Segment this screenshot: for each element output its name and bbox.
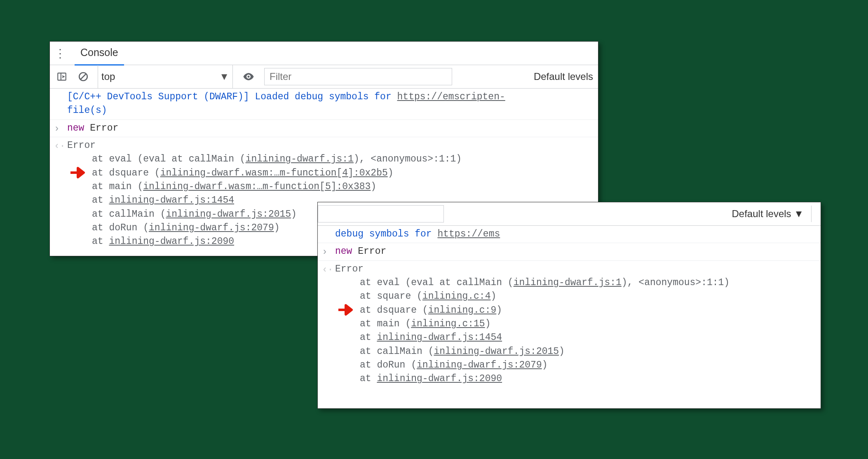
- frame-suffix: ), <anonymous>:1:1): [622, 277, 730, 288]
- frame-prefix: at dsquare (: [92, 168, 160, 178]
- info-link[interactable]: https://emscripten-: [397, 91, 505, 102]
- stack-trace: at eval (eval at callMain (inlining-dwar…: [335, 276, 816, 386]
- tab-bar: ⋮ Console: [50, 42, 598, 65]
- input-rest: Error: [352, 246, 386, 257]
- frame-suffix: ): [485, 318, 491, 329]
- stack-frame: at eval (eval at callMain (inlining-dwar…: [67, 152, 594, 166]
- frame-prefix: at main (: [92, 181, 143, 192]
- stack-frame: at square (inlining.c:4): [335, 290, 816, 303]
- source-link[interactable]: inlining-dwarf.wasm:…m-function[4]:0x2b5: [160, 168, 388, 178]
- input-chevron-icon: ›: [322, 246, 328, 259]
- source-link[interactable]: inlining-dwarf.js:2015: [434, 346, 559, 357]
- frame-prefix: at callMain (: [92, 209, 166, 220]
- source-link[interactable]: inlining-dwarf.js:2079: [417, 360, 542, 370]
- sidebar-toggle-icon[interactable]: [55, 70, 69, 84]
- info-suffix: file(s): [67, 105, 107, 116]
- source-link[interactable]: inlining.c:4: [422, 291, 491, 302]
- console-toolbar: top ▼ Default levels: [50, 65, 598, 89]
- stack-frame: at dsquare (inlining-dwarf.wasm:…m-funct…: [67, 166, 594, 180]
- source-link[interactable]: inlining-dwarf.js:2015: [166, 209, 291, 220]
- devtools-panel-after: Default levels ▼ debug symbols for https…: [317, 202, 821, 409]
- frame-suffix: ): [542, 360, 548, 370]
- source-link[interactable]: inlining-dwarf.js:1454: [377, 332, 502, 343]
- source-link[interactable]: inlining.c:9: [428, 305, 497, 316]
- output-chevron-icon: ‹·: [54, 140, 66, 153]
- source-link[interactable]: inlining-dwarf.js:2090: [109, 236, 234, 247]
- frame-suffix: ): [274, 222, 280, 233]
- highlight-arrow-icon: [338, 304, 357, 316]
- frame-suffix: ): [490, 291, 496, 302]
- log-level-selector[interactable]: Default levels ▼: [732, 208, 804, 220]
- frame-suffix: ): [559, 346, 565, 357]
- chevron-down-icon: ▼: [219, 71, 229, 82]
- divider: [811, 206, 816, 222]
- source-link[interactable]: inlining-dwarf.js:1: [514, 277, 622, 288]
- context-label: top: [101, 71, 115, 82]
- stack-frame: at doRun (inlining-dwarf.js:2079): [335, 358, 816, 372]
- stack-frame: at eval (eval at callMain (inlining-dwar…: [335, 276, 816, 290]
- frame-suffix: ), <anonymous>:1:1): [354, 154, 462, 164]
- live-expression-icon[interactable]: [240, 70, 257, 84]
- console-log-area: debug symbols for https://ems › new Erro…: [318, 226, 821, 388]
- stack-frame: at inlining-dwarf.js:2090: [335, 372, 816, 386]
- frame-prefix: at square (: [360, 291, 422, 302]
- frame-prefix: at main (: [360, 318, 411, 329]
- frame-prefix: at: [92, 195, 109, 206]
- input-chevron-icon: ›: [54, 122, 60, 136]
- highlight-arrow-icon: [70, 166, 89, 179]
- tab-label: Console: [80, 47, 118, 59]
- frame-prefix: at: [360, 373, 377, 384]
- context-selector[interactable]: top ▼: [98, 65, 233, 88]
- svg-point-2: [248, 76, 250, 78]
- frame-prefix: at: [360, 332, 377, 343]
- info-message: [C/C++ DevTools Support (DWARF)] Loaded …: [50, 89, 598, 120]
- stack-frame: at dsquare (inlining.c:9): [335, 304, 816, 317]
- keyword-new: new: [67, 123, 84, 133]
- frame-suffix: ): [496, 305, 502, 316]
- frame-prefix: at: [92, 236, 109, 247]
- levels-label: Default levels ▼: [732, 208, 804, 220]
- input-rest: Error: [84, 123, 118, 133]
- frame-prefix: at doRun (: [360, 360, 417, 370]
- source-link[interactable]: inlining-dwarf.js:2079: [149, 222, 274, 233]
- info-message: debug symbols for https://ems: [318, 226, 821, 243]
- output-chevron-icon: ‹·: [322, 263, 333, 277]
- tab-console[interactable]: Console: [75, 41, 124, 66]
- source-link[interactable]: inlining-dwarf.js:1: [246, 154, 354, 164]
- frame-suffix: ): [291, 209, 297, 220]
- clear-console-icon[interactable]: [76, 70, 90, 84]
- console-input-row[interactable]: › new Error: [318, 243, 821, 260]
- source-link[interactable]: inlining-dwarf.js:1454: [109, 195, 234, 206]
- source-link[interactable]: inlining-dwarf.js:2090: [377, 373, 502, 384]
- filter-input[interactable]: [264, 68, 452, 85]
- filter-input[interactable]: [318, 205, 444, 222]
- info-link[interactable]: https://ems: [437, 229, 500, 239]
- frame-prefix: at dsquare (: [360, 305, 428, 316]
- keyword-new: new: [335, 246, 352, 257]
- console-output-row: ‹· Error at eval (eval at callMain (inli…: [318, 261, 821, 388]
- stack-frame: at callMain (inlining-dwarf.js:2015): [335, 345, 816, 358]
- frame-prefix: at callMain (: [360, 346, 434, 357]
- levels-label: Default levels: [534, 71, 593, 82]
- source-link[interactable]: inlining-dwarf.wasm:…m-function[5]:0x383: [143, 181, 371, 192]
- frame-suffix: ): [388, 168, 394, 178]
- frame-prefix: at doRun (: [92, 222, 149, 233]
- frame-prefix: at eval (eval at callMain (: [360, 277, 514, 288]
- frame-prefix: at eval (eval at callMain (: [92, 154, 246, 164]
- source-link[interactable]: inlining.c:15: [411, 318, 485, 329]
- stack-frame: at main (inlining.c:15): [335, 317, 816, 331]
- console-input-row[interactable]: › new Error: [50, 120, 598, 137]
- info-text: [C/C++ DevTools Support (DWARF)] Loaded …: [67, 91, 505, 102]
- error-label: Error: [67, 140, 96, 151]
- info-text: debug symbols for https://ems: [335, 229, 500, 239]
- frame-suffix: ): [371, 181, 376, 192]
- stack-frame: at inlining-dwarf.js:1454: [335, 331, 816, 344]
- log-level-selector[interactable]: Default levels: [534, 71, 593, 82]
- console-toolbar-partial: Default levels ▼: [318, 202, 821, 226]
- more-icon[interactable]: ⋮: [54, 47, 66, 60]
- error-label: Error: [335, 264, 364, 274]
- stack-frame: at main (inlining-dwarf.wasm:…m-function…: [67, 180, 594, 194]
